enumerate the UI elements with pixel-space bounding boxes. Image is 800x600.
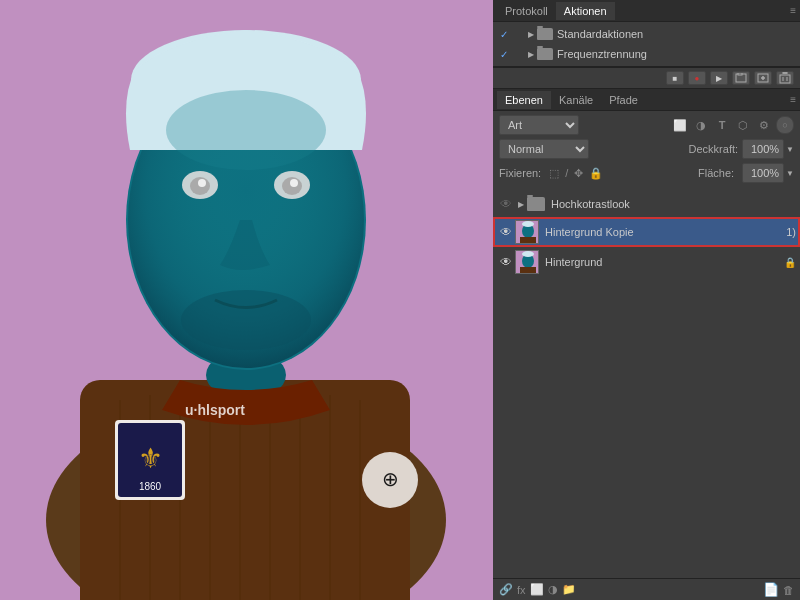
actions-toolbar: ■ ● ▶ [493,67,800,89]
svg-point-23 [198,179,206,187]
layer-visibility-toggle[interactable]: 👁 [497,225,515,239]
panel-close-icon[interactable]: ≡ [790,5,796,16]
add-link-icon[interactable]: 🔗 [499,583,513,596]
fix-label: Fixieren: [499,167,541,179]
add-mask-icon[interactable]: ⬜ [530,583,544,596]
layer-name: Hintergrund [545,256,780,268]
filter-shape-icon[interactable]: ⬡ [734,116,752,134]
new-action-set-button[interactable] [732,71,750,85]
top-tab-bar: Protokoll Aktionen ≡ [493,0,800,22]
layers-panel-close-icon[interactable]: ≡ [790,94,796,105]
fill-input[interactable] [742,163,784,183]
action-row-frequenztrennung[interactable]: ✓ ▶ Frequenztrennung [493,44,800,64]
svg-text:u·hlsport: u·hlsport [185,402,245,418]
right-panel: Protokoll Aktionen ≡ ✓ ▶ Standardaktione… [493,0,800,600]
svg-point-27 [166,90,326,170]
layer-thumbnail [515,220,539,244]
svg-rect-36 [780,75,790,83]
expand-triangle-icon[interactable]: ▶ [525,50,537,59]
fill-arrow-icon[interactable]: ▼ [786,169,794,178]
actions-list: ✓ ▶ Standardaktionen ✓ ▶ Frequenztrennun… [493,22,800,66]
tab-protokoll[interactable]: Protokoll [497,2,556,20]
layer-number: 1) [786,226,796,238]
fix-brush-icon[interactable]: / [565,167,568,179]
fix-pixel-icon[interactable]: ⬚ [549,167,559,180]
opacity-input[interactable] [742,139,784,159]
folder-icon [537,48,553,60]
folder-icon [537,28,553,40]
fix-row: Fixieren: ⬚ / ✥ 🔒 Fläche: ▼ [499,163,794,183]
delete-action-button[interactable] [776,71,794,85]
filter-adjust-icon[interactable]: ◑ [692,116,710,134]
filter-pixel-icon[interactable]: ⬜ [671,116,689,134]
svg-text:1860: 1860 [139,481,162,492]
svg-point-47 [522,251,534,257]
filter-row: Art ⬜ ◑ T ⬡ ⚙ ○ [499,115,794,135]
stop-button[interactable]: ■ [666,71,684,85]
check-icon: ✓ [497,49,511,60]
layer-expand-icon[interactable]: ▶ [515,200,527,209]
new-layer-button[interactable]: 📄 [763,582,779,597]
layers-tab-bar: Ebenen Kanäle Pfade ≡ [493,89,800,111]
fix-all-icon[interactable]: 🔒 [589,167,603,180]
check2-icon [511,29,525,40]
new-group-icon[interactable]: 📁 [562,583,576,596]
fill-label: Fläche: [698,167,734,179]
svg-rect-48 [520,267,536,274]
tab-kanaele[interactable]: Kanäle [551,91,601,109]
svg-point-25 [181,290,311,350]
blend-mode-select[interactable]: Normal [499,139,589,159]
action-name: Standardaktionen [557,28,643,40]
layer-visibility-toggle[interactable]: 👁 [497,255,515,269]
tab-ebenen[interactable]: Ebenen [497,91,551,109]
layer-name: Hochkotrastlook [551,198,796,210]
blend-row: Normal Deckkraft: ▼ [499,139,794,159]
add-style-icon[interactable]: fx [517,584,526,596]
layer-lock-icon: 🔒 [784,257,796,268]
svg-text:⚜: ⚜ [138,443,163,474]
delete-layer-button[interactable]: 🗑 [783,584,794,596]
layers-panel: Ebenen Kanäle Pfade ≡ Art ⬜ ◑ T ⬡ ⚙ ○ [493,89,800,600]
check2-icon [511,49,525,60]
opacity-arrow-icon[interactable]: ▼ [786,145,794,154]
check-icon: ✓ [497,29,511,40]
svg-point-24 [290,179,298,187]
svg-text:⊕: ⊕ [382,468,399,490]
layer-row-hochkotrastlook[interactable]: 👁 ▶ Hochkotrastlook [493,191,800,217]
actions-panel: Protokoll Aktionen ≡ ✓ ▶ Standardaktione… [493,0,800,67]
new-adjustment-icon[interactable]: ◑ [548,583,558,596]
layers-bottom-toolbar: 🔗 fx ⬜ ◑ 📁 📄 🗑 [493,578,800,600]
layer-folder-icon [527,197,545,211]
layer-name: Hintergrund Kopie [545,226,782,238]
expand-triangle-icon[interactable]: ▶ [525,30,537,39]
action-name: Frequenztrennung [557,48,647,60]
play-button[interactable]: ▶ [710,71,728,85]
record-button[interactable]: ● [688,71,706,85]
layer-row-hintergrund-kopie[interactable]: 👁 Hintergrund Kopie 1) [493,217,800,247]
filter-text-icon[interactable]: T [713,116,731,134]
opacity-label: Deckkraft: [689,143,739,155]
layer-thumbnail [515,250,539,274]
tab-pfade[interactable]: Pfade [601,91,646,109]
svg-rect-44 [520,237,536,244]
layer-visibility-toggle[interactable]: 👁 [497,197,515,211]
svg-point-43 [522,221,534,227]
new-action-button[interactable] [754,71,772,85]
filter-smart-icon[interactable]: ⚙ [755,116,773,134]
filter-toggle[interactable]: ○ [776,116,794,134]
tab-aktionen[interactable]: Aktionen [556,2,615,20]
layer-row-hintergrund[interactable]: 👁 Hintergrund 🔒 [493,247,800,277]
fix-move-icon[interactable]: ✥ [574,167,583,180]
svg-rect-32 [738,73,742,75]
layers-list: 👁 ▶ Hochkotrastlook 👁 Hintergrun [493,191,800,578]
filter-icons: ⬜ ◑ T ⬡ ⚙ ○ [671,116,794,134]
filter-select[interactable]: Art [499,115,579,135]
canvas-area: ⚜ 1860 [0,0,493,600]
action-row-standardaktionen[interactable]: ✓ ▶ Standardaktionen [493,24,800,44]
layer-controls: Art ⬜ ◑ T ⬡ ⚙ ○ Normal Deckkraft: [493,111,800,191]
